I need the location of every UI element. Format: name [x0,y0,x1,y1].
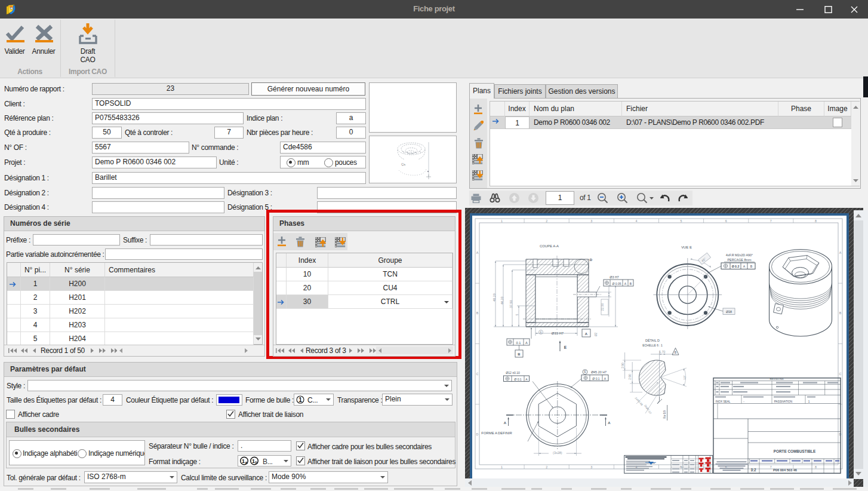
svg-text:Ø 0.1: Ø 0.1 [514,378,522,381]
svg-text:ECHELLE 6 : 1: ECHELLE 6 : 1 [642,344,663,347]
svg-text:VUE E: VUE E [681,246,692,249]
svg-text:7: 7 [770,219,772,223]
svg-text:C: C [839,372,842,376]
svg-text:6: 6 [725,219,727,223]
svg-text:D: D [590,258,592,262]
svg-text:INOX SEAL: INOX SEAL [716,400,731,403]
svg-text:2.90: 2.90 [621,363,624,369]
svg-text:1: 1 [242,458,245,464]
svg-text:E: E [584,370,586,373]
svg-text:Ø3 H7: Ø3 H7 [610,275,618,279]
svg-text:Ø38: Ø38 [726,310,732,314]
svg-text:B: B [750,265,753,268]
svg-text:P06 004 503 46: P06 004 503 46 [773,468,797,472]
svg-text:FORME A DEFINIR: FORME A DEFINIR [481,431,512,435]
svg-text:A: A [585,332,588,336]
svg-text:1: 1 [808,400,810,403]
svg-text:C: C [476,372,479,376]
svg-text:B: B [839,311,842,315]
svg-text:A: A [504,421,507,425]
svg-text:48.20: 48.20 [493,293,496,301]
svg-text:Ø45.20 H7: Ø45.20 H7 [591,370,607,374]
svg-text:37.50: 37.50 [509,300,513,308]
svg-text:22.50: 22.50 [601,303,604,311]
svg-text:Ø2: Ø2 [595,332,598,336]
svg-text:2.90: 2.90 [629,374,632,380]
svg-text:DÉTAIL D: DÉTAIL D [645,339,660,342]
svg-text:B: B [518,352,520,356]
svg-text:PORTE COMBUSTIBLE: PORTE COMBUSTIBLE [774,449,815,453]
svg-text:10°: 10° [683,375,686,380]
svg-text:b: b [256,461,258,465]
svg-text:E: E [540,331,542,334]
svg-text:5: 5 [681,465,682,469]
svg-text:1: 1 [298,397,302,403]
svg-text:3: 3 [590,465,592,469]
svg-text:1: 1 [501,465,503,469]
svg-text:(3x28): (3x28) [553,451,562,455]
svg-text:1: 1 [252,458,255,464]
svg-text:PASSIVATION: PASSIVATION [774,400,793,403]
svg-text:a: a [245,461,248,465]
svg-text:A: A [839,251,842,254]
svg-text:Ø 0.2: Ø 0.2 [732,265,740,268]
svg-text:Ra 0.8: Ra 0.8 [663,410,666,419]
svg-text:1: 1 [501,219,503,223]
svg-text:44.20: 44.20 [500,297,504,305]
svg-text:B: B [476,311,479,315]
svg-text:Çь: Çь [401,162,405,166]
svg-text:A: A [476,251,479,254]
svg-text:A: A [608,421,611,425]
svg-text:Ø33 H7: Ø33 H7 [552,332,564,335]
svg-text:5: 5 [681,219,682,223]
svg-text:Ø12 ±0.10: Ø12 ±0.10 [506,371,520,375]
svg-text:E: E [564,345,567,349]
svg-text:Ø 0.05: Ø 0.05 [612,283,621,286]
svg-text:4: 4 [635,219,637,223]
svg-text:8: 8 [815,219,817,223]
svg-text:2: 2 [546,219,547,223]
svg-text:8: 8 [815,465,817,469]
svg-text:REVISIONS: REVISIONS [769,378,783,380]
svg-text:COUPE A-A: COUPE A-A [540,244,559,248]
svg-text:0.1: 0.1 [516,341,521,345]
svg-text:5: 5 [516,314,519,315]
svg-text:PERCAGE 8mm: PERCAGE 8mm [727,258,752,262]
svg-text:3: 3 [590,219,592,223]
svg-text:Ø 0.1: Ø 0.1 [592,377,600,380]
svg-text:A: A [525,341,528,345]
svg-text:D: D [476,432,479,436]
svg-text:1.70: 1.70 [660,350,666,354]
svg-text:A: A [743,265,746,268]
svg-text:4xF.R M2x2D A90°: 4xF.R M2x2D A90° [726,253,753,257]
svg-text:3:2: 3:2 [750,468,756,472]
svg-text:7: 7 [770,465,772,469]
svg-text:2: 2 [546,465,547,469]
